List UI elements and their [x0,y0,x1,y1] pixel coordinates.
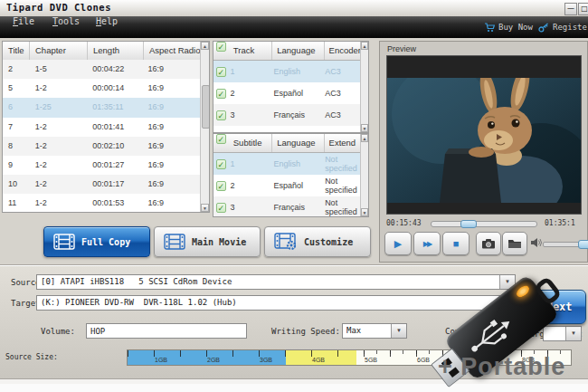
menu-item-tools[interactable]: Tools [47,16,85,38]
scroll-thumb[interactable] [202,85,210,129]
subtitle-checkbox[interactable]: ✓ [216,181,226,191]
stop-button[interactable]: ■ [442,232,469,255]
preview-panel: Preview [379,41,588,263]
play-button[interactable]: ▶ [384,232,412,255]
portable-caption: + Portable [438,353,565,381]
scroll-down-icon[interactable]: ▼ [361,124,368,132]
volume-input[interactable] [86,323,247,339]
audio-table-header: ✓ Track Language Encoder [213,42,368,61]
camera-icon [481,238,496,249]
titles-table-header: Title Chapter Length Aspect Radio [3,42,209,61]
register-button[interactable]: Register [538,16,588,38]
total-time: 01:35:1 [545,219,575,227]
titles-table: Title Chapter Length Aspect Radio 2 1-5 … [2,41,210,213]
seek-thumb[interactable] [460,220,477,228]
target-size-select[interactable]: ▼ [543,326,582,341]
table-row[interactable]: 5 1-2 00:00:14 16:9 [3,79,200,98]
writing-speed-select[interactable]: Max ▼ [342,323,407,339]
subtitle-checkbox[interactable]: ✓ [216,159,226,169]
fast-forward-button[interactable]: ▶▶ [413,232,441,255]
scroll-up-icon[interactable]: ▲ [201,42,209,50]
column-header-chapter[interactable]: Chapter [30,42,88,60]
column-header-track[interactable]: Track [229,42,272,60]
target-select[interactable]: (K:) PIONEER DVD-RW DVR-118L 1.02 (Hub) … [36,295,516,311]
open-folder-button[interactable] [502,232,527,255]
table-row[interactable]: ✓ 1 English AC3 [213,61,368,82]
chevron-down-icon[interactable]: ▼ [391,324,406,338]
column-header-subtitle[interactable]: Subtitle [229,134,272,152]
seek-row: 00:15:43 01:35:1 [380,217,587,230]
volume-thumb[interactable] [578,240,588,249]
menu-item-help[interactable]: Help [90,16,123,38]
subtitle-checkbox[interactable]: ✓ [216,203,226,213]
speaker-icon [530,237,542,248]
mode-main-movie-button[interactable]: Main Movie [154,226,261,257]
title-bar: Tipard DVD Clones — □ [0,0,588,17]
scroll-up-icon[interactable]: ▲ [361,134,368,142]
subtitle-scrollbar[interactable]: ▲ ▼ [360,134,368,216]
table-row[interactable]: 8 1-2 00:02:10 16:9 [3,137,200,156]
track-checkbox[interactable]: ✓ [216,89,226,99]
ruler-tick-label: 5GB [345,357,397,363]
subtitle-table-header: ✓ Subtitle Language Extend [213,134,368,153]
menu-item-file[interactable]: File [7,16,40,38]
seek-slider[interactable] [431,221,537,227]
volume-slider[interactable] [543,242,588,247]
titles-table-body: 2 1-5 00:04:22 16:9 5 1-2 00:00:14 16:9 … [3,60,200,212]
subtitle-table-body: ✓ 1 English Not specified ✓ 2 Español No… [213,153,368,217]
table-row[interactable]: 11 1-2 00:01:53 16:9 [3,194,200,213]
mode-full-copy-button[interactable]: Full Copy [43,226,150,257]
folder-icon [507,238,522,249]
table-row[interactable]: 10 1-2 00:01:17 16:9 [3,175,200,194]
table-row[interactable]: 9 1-2 00:01:27 16:9 [3,156,200,175]
column-header-title[interactable]: Title [3,42,30,60]
table-row[interactable]: 6 1-25 01:35:11 16:9 [3,98,200,117]
window-title: Tipard DVD Clones [6,2,111,13]
source-select[interactable]: [0] ATAPI iHBS118 5 SCSI CdRom Device ▼ [36,274,516,290]
cart-icon [484,23,495,33]
scroll-down-icon[interactable]: ▼ [201,204,209,212]
select-all-audio-checkbox[interactable]: ✓ [216,42,226,52]
column-header-language[interactable]: Language [272,42,324,60]
table-row[interactable]: 7 1-2 00:01:41 16:9 [3,118,200,137]
volume-label: Volume: [41,327,75,336]
table-row[interactable]: ✓ 3 Français Not specified [213,196,368,217]
table-row[interactable]: ✓ 3 Français AC3 [213,104,368,126]
minimize-button[interactable]: — [564,3,577,15]
table-row[interactable]: ✓ 2 Español AC3 [213,82,368,104]
audio-track-table: ✓ Track Language Encoder ✓ 1 English AC3… [213,41,369,133]
subtitle-table: ✓ Subtitle Language Extend ✓ 1 English N… [213,133,369,217]
menu-bar: File Tools Help Buy Now Register [0,16,588,38]
scroll-down-icon[interactable]: ▼ [361,208,368,216]
chevron-down-icon[interactable]: ▼ [565,327,581,340]
audio-table-body: ✓ 1 English AC3 ✓ 2 Español AC3 ✓ 3 Fran… [213,61,368,133]
maximize-button[interactable]: □ [578,3,588,15]
track-checkbox[interactable]: ✓ [216,67,226,77]
letterbox-bottom [387,201,581,214]
column-header-language[interactable]: Language [272,134,324,152]
movie-still [387,78,581,203]
table-row[interactable]: ✓ 2 Español Not specified [213,175,368,196]
titles-scrollbar[interactable]: ▲ ▼ [200,42,209,212]
mode-label: Full Copy [81,237,130,247]
app-window: Tipard DVD Clones — □ File Tools Help Bu… [0,0,588,392]
table-row[interactable]: ✓ 1 English Not specified [213,153,368,175]
column-header-aspect[interactable]: Aspect Radio [144,42,202,60]
letterbox-top [387,56,581,78]
mode-label: Main Movie [192,237,246,247]
ruler-tick-label: 3GB [240,357,292,363]
snapshot-button[interactable] [476,232,501,255]
select-all-subtitle-checkbox[interactable]: ✓ [216,134,226,144]
column-header-length[interactable]: Length [88,42,144,60]
ruler-tick-label: 1GB [135,357,187,363]
source-size-label: Source Size: [5,353,58,361]
mode-customize-button[interactable]: Customize [264,226,371,257]
track-checkbox[interactable]: ✓ [216,110,226,120]
table-row[interactable]: 2 1-5 00:04:22 16:9 [3,60,200,79]
filmstrip-gear-icon [274,233,298,251]
writing-speed-label: Writing Speed: [271,327,340,336]
scroll-up-icon[interactable]: ▲ [361,42,368,50]
table-row[interactable]: ✓ 4 English AC3 [213,126,368,133]
buy-now-button[interactable]: Buy Now [484,16,533,38]
audio-scrollbar[interactable]: ▲ ▼ [360,42,368,132]
